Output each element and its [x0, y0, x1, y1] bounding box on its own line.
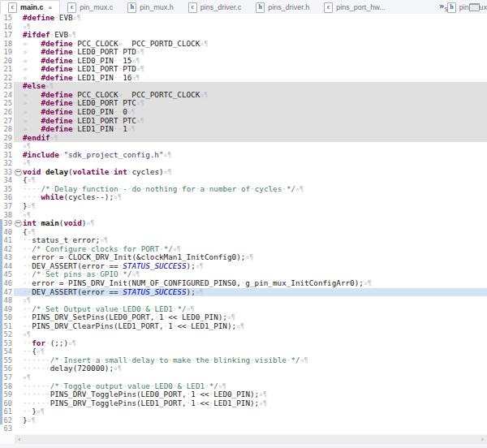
- fold-column: [14, 382, 23, 391]
- code-line[interactable]: 26» #define·LED0_PIN··0¤¶: [0, 108, 487, 117]
- fold-column: [14, 322, 23, 331]
- code-line[interactable]: 30¤¶: [0, 142, 487, 151]
- code-text: » #define·LED0_PIN··0¤¶: [23, 108, 487, 117]
- fold-column: [14, 262, 23, 271]
- h-file-icon: h: [127, 2, 136, 13]
- code-line[interactable]: 35····/*·Delay·function·-·do·nothing·for…: [0, 185, 487, 194]
- code-line[interactable]: 32¤¶: [0, 159, 487, 168]
- c-file-icon: c: [8, 2, 17, 13]
- code-line[interactable]: 39int·main(void)¤¶: [0, 219, 487, 228]
- code-line[interactable]: 20» #define·LED0_PIN··15¤¶: [0, 57, 487, 66]
- code-line[interactable]: 21» #define·LED1_PORT·PTD¤¶: [0, 65, 487, 74]
- code-line[interactable]: 28» #define·LED1_PIN··1¤¶: [0, 125, 487, 134]
- line-number: 16: [0, 23, 14, 32]
- code-line[interactable]: 19» #define·LED0_PORT·PTD¤¶: [0, 48, 487, 57]
- code-line[interactable]: 54··{¤¶: [0, 347, 487, 356]
- code-line[interactable]: 23#else¤¶: [0, 82, 487, 91]
- scroll-left-arrow-icon[interactable]: ‹: [18, 436, 21, 443]
- code-line[interactable]: 49··/*·Set·Output·value·LED0·&·LED1·*/¤¶: [0, 305, 487, 314]
- range-indicator-bar: [0, 407, 2, 416]
- code-line[interactable]: 36····while(cycles--);¤¶: [0, 193, 487, 202]
- fold-column: [14, 313, 23, 322]
- code-line[interactable]: 56······delay(720000);¤¶: [0, 364, 487, 373]
- code-line[interactable]: 37}¤¶: [0, 202, 487, 211]
- tab-pins_port_hw...[interactable]: cpins_port_hw...: [317, 1, 393, 14]
- code-text: #else¤¶: [23, 82, 487, 91]
- code-line[interactable]: 31#include·"sdk_project_config.h"¤¶: [0, 151, 487, 160]
- code-line[interactable]: 50··PINS_DRV_SetPins(LED0_PORT,·1·<<·LED…: [0, 313, 487, 322]
- code-text: ··for·(;;)¤¶: [23, 339, 487, 348]
- code-area[interactable]: 15#define·EVB¤¶16¤¶17#ifdef·EVB¤¶18» #de…: [0, 14, 487, 433]
- code-text: » #define·LED1_PIN··16¤¶: [23, 74, 487, 83]
- tab-pin_mux.h[interactable]: hpin_mux.h: [120, 1, 181, 14]
- code-text: ··DEV_ASSERT(error·==·STATUS_SUCCESS);¤¶: [23, 262, 487, 271]
- code-line[interactable]: 46··error·=·PINS_DRV_Init(NUM_OF_CONFIGU…: [0, 279, 487, 288]
- code-line[interactable]: 63: [0, 424, 487, 433]
- code-line[interactable]: 59······PINS_DRV_TogglePins(LED0_PORT,·1…: [0, 390, 487, 399]
- range-indicator-bar: [0, 313, 2, 322]
- tab-pins_driver.c[interactable]: cpins_driver.c: [181, 1, 249, 14]
- code-line[interactable]: 29#endif¤¶: [0, 134, 487, 143]
- code-line[interactable]: 41··status_t·error;¤¶: [0, 236, 487, 245]
- horizontal-scrollbar[interactable]: ‹ ›: [15, 435, 487, 444]
- code-line[interactable]: 22» #define·LED1_PIN··16¤¶: [0, 74, 487, 83]
- code-line[interactable]: 48¤¶: [0, 296, 487, 305]
- code-text: ¤¶: [23, 23, 487, 32]
- code-line[interactable]: 42··/*·Configure·clocks·for·PORT·*/¤¶: [0, 245, 487, 254]
- fold-column: [14, 330, 23, 339]
- range-indicator-bar: [0, 296, 2, 305]
- code-line[interactable]: 16¤¶: [0, 23, 487, 32]
- line-number: 38: [0, 211, 14, 220]
- fold-column: [14, 270, 23, 279]
- range-indicator-bar: [0, 245, 2, 254]
- code-line[interactable]: 52¤¶: [0, 330, 487, 339]
- fold-collapse-icon[interactable]: [15, 220, 22, 227]
- tab-overflow-button[interactable]: »5: [439, 2, 448, 13]
- code-text: » #define·LED0_PIN··15¤¶: [23, 57, 487, 66]
- code-line[interactable]: 51··PINS_DRV_ClearPins(LED1_PORT,·1·<<·L…: [0, 322, 487, 331]
- code-line[interactable]: 18» #define·PCC_CLOCK» PCC_PORTD_CLOCK¤¶: [0, 40, 487, 49]
- line-number: 36: [0, 193, 14, 202]
- code-line[interactable]: 15#define·EVB¤¶: [0, 14, 487, 23]
- line-number: 18: [0, 40, 14, 49]
- code-line[interactable]: 24» #define·PCC_CLOCK» PCC_PORTC_CLOCK¤¶: [0, 91, 487, 100]
- minimize-button[interactable]: [469, 3, 480, 11]
- range-indicator-bar: [0, 279, 2, 288]
- code-line[interactable]: 60······PINS_DRV_TogglePins(LED1_PORT,·1…: [0, 399, 487, 408]
- code-line[interactable]: 45··/*·Set·pins·as·GPIO·*/¤¶: [0, 270, 487, 279]
- range-indicator-bar: [0, 373, 2, 382]
- fold-collapse-icon[interactable]: [15, 169, 22, 176]
- code-line[interactable]: 47··DEV_ASSERT(error·==·STATUS_SUCCESS);…: [0, 288, 487, 297]
- code-line[interactable]: 38¤¶: [0, 211, 487, 220]
- code-text: {¤¶: [23, 228, 487, 237]
- tab-main.c[interactable]: cmain.c×: [0, 0, 60, 14]
- tab-label: pin_mux.c: [80, 3, 113, 11]
- code-line[interactable]: 34{¤¶: [0, 176, 487, 185]
- code-line[interactable]: 44··DEV_ASSERT(error·==·STATUS_SUCCESS);…: [0, 262, 487, 271]
- code-text: ····while(cycles--);¤¶: [23, 193, 487, 202]
- line-number: 33: [0, 168, 14, 177]
- code-line[interactable]: 58······/*·Toggle·output·value·LED0·&·LE…: [0, 382, 487, 391]
- code-line[interactable]: 53··for·(;;)¤¶: [0, 339, 487, 348]
- close-icon[interactable]: ×: [49, 4, 53, 11]
- code-line[interactable]: 62}¤¶: [0, 416, 487, 425]
- range-indicator-bar: [0, 262, 2, 271]
- code-line[interactable]: 25» #define·LED0_PORT·PTC¤¶: [0, 99, 487, 108]
- code-line[interactable]: 27» #define·LED1_PORT·PTC¤¶: [0, 117, 487, 126]
- code-line[interactable]: 55······/*·Insert·a·small·delay·to·make·…: [0, 356, 487, 365]
- code-line[interactable]: 17#ifdef·EVB¤¶: [0, 31, 487, 40]
- code-line[interactable]: 33void·delay(volatile·int·cycles)¤¶: [0, 168, 487, 177]
- code-text: ··status_t·error;¤¶: [23, 236, 487, 245]
- code-line[interactable]: 43··error·=·CLOCK_DRV_Init(&clockMan1_In…: [0, 253, 487, 262]
- code-line[interactable]: 61··}¤¶: [0, 407, 487, 416]
- code-text: ··/*·Set·Output·value·LED0·&·LED1·*/¤¶: [23, 305, 487, 314]
- tab-pin_mux.c[interactable]: cpin_mux.c: [60, 1, 120, 14]
- code-line[interactable]: 40{¤¶: [0, 228, 487, 237]
- scroll-right-arrow-icon[interactable]: ›: [481, 436, 484, 443]
- code-text: int·main(void)¤¶: [23, 219, 487, 228]
- code-line[interactable]: 57¤¶: [0, 373, 487, 382]
- code-text: }¤¶: [23, 416, 487, 425]
- tab-pins_driver.h[interactable]: hpins_driver.h: [248, 1, 317, 14]
- code-text: {¤¶: [23, 176, 487, 185]
- code-text: ··error·=·PINS_DRV_Init(NUM_OF_CONFIGURE…: [23, 279, 487, 288]
